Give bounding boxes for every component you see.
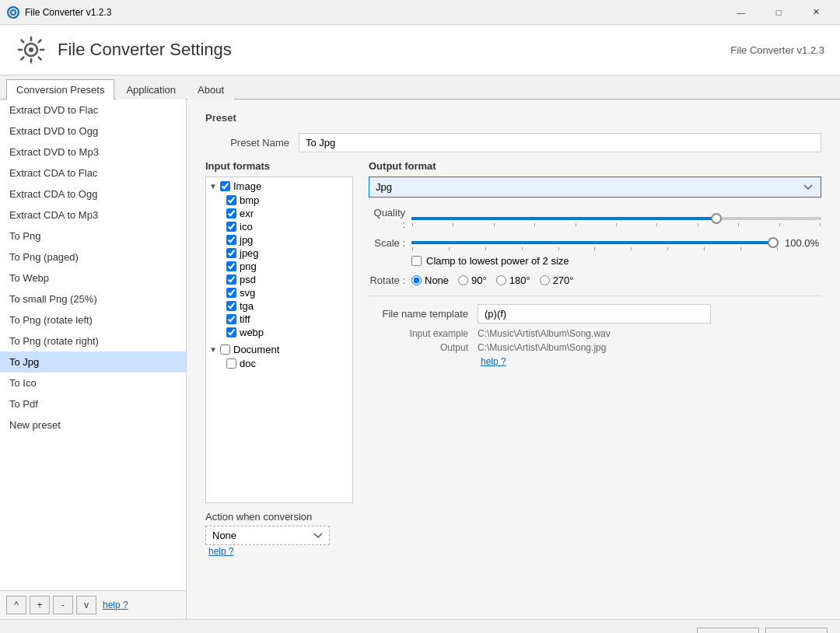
label-jpg: jpg [240, 234, 253, 246]
list-item[interactable]: To Png (rotate right) [0, 330, 186, 351]
right-panel: Preset Preset Name Input formats [187, 100, 840, 619]
preset-name-row: Preset Name [205, 133, 821, 152]
preset-name-control [299, 133, 821, 152]
list-item[interactable]: Extract DVD to Mp3 [0, 142, 186, 163]
close-window-button[interactable]: ✕ [798, 0, 834, 25]
main-window: File Converter Settings File Converter v… [0, 25, 840, 633]
list-item[interactable]: Extract DVD to Flac [0, 100, 186, 121]
clamp-label: Clamp to lowest power of 2 size [426, 255, 569, 267]
preset-list: Extract DVD to Flac Extract DVD to Ogg E… [0, 100, 186, 590]
checkbox-webp[interactable] [226, 327, 236, 337]
action-select[interactable]: None Open folder Open file [205, 526, 330, 545]
output-label: Output [369, 342, 478, 353]
list-item[interactable]: To Png (rotate left) [0, 310, 186, 330]
rotate-270-radio[interactable] [540, 275, 550, 285]
remove-button[interactable]: - [53, 596, 73, 614]
titlebar-title: File Converter v1.2.3 [25, 7, 723, 18]
template-help-row: help ? [369, 356, 821, 367]
tree-item-tiff: tiff [223, 313, 352, 326]
bottom-bar: Close Save [0, 619, 840, 633]
template-input[interactable] [478, 304, 711, 323]
template-help-link[interactable]: help ? [481, 356, 506, 367]
list-item[interactable]: To Webp [0, 268, 186, 289]
preset-name-label: Preset Name [205, 137, 299, 149]
tab-application[interactable]: Application [116, 79, 186, 100]
action-label: Action when conversion [205, 511, 353, 523]
list-item[interactable]: To Ico [0, 372, 186, 393]
tree-item-exr: exr [223, 207, 352, 220]
save-button[interactable]: Save [765, 628, 828, 633]
preset-section-label: Preset [205, 112, 821, 124]
label-ico: ico [240, 221, 253, 233]
checkbox-exr[interactable] [226, 208, 236, 219]
label-tiff: tiff [240, 313, 250, 325]
document-group-checkbox[interactable] [220, 344, 230, 355]
list-item[interactable]: New preset [0, 414, 186, 435]
checkbox-jpeg[interactable] [226, 248, 236, 258]
image-expand-icon: ▼ [209, 182, 220, 191]
checkbox-jpg[interactable] [226, 235, 236, 245]
left-panel: Extract DVD to Flac Extract DVD to Ogg E… [0, 100, 187, 619]
document-expand-icon: ▼ [209, 345, 220, 354]
label-png: png [240, 261, 257, 272]
tab-about[interactable]: About [187, 79, 234, 100]
titlebar-buttons: — □ ✕ [723, 0, 834, 25]
checkbox-psd[interactable] [226, 275, 236, 285]
tree-item-doc: doc [223, 357, 352, 370]
checkbox-bmp[interactable] [226, 195, 236, 205]
rotate-180-radio[interactable] [496, 275, 506, 285]
list-help-link[interactable]: help ? [103, 600, 128, 610]
list-item[interactable]: To Png [0, 226, 186, 247]
checkbox-tiff[interactable] [226, 314, 236, 324]
rotate-none-radio[interactable] [411, 275, 422, 285]
checkbox-doc[interactable] [226, 358, 236, 369]
list-item[interactable]: Extract CDA to Flac [0, 163, 186, 184]
list-item-selected[interactable]: To Jpg [0, 351, 186, 372]
quality-label: Quality : [369, 207, 411, 230]
checkbox-svg[interactable] [226, 288, 236, 298]
image-group-header[interactable]: ▼ Image [206, 179, 352, 194]
quality-slider-wrapper [411, 211, 821, 226]
checkbox-png[interactable] [226, 261, 236, 271]
output-format-select[interactable]: Jpg Png Webp Ico Pdf Bmp [369, 177, 821, 198]
scale-value: 100.0% [779, 237, 821, 249]
maximize-button[interactable]: □ [761, 0, 796, 25]
list-item[interactable]: To small Png (25%) [0, 289, 186, 310]
quality-slider[interactable] [411, 217, 821, 220]
checkbox-ico[interactable] [226, 222, 236, 232]
preset-name-input[interactable] [299, 133, 821, 152]
add-button[interactable]: + [30, 596, 50, 614]
label-svg: svg [240, 287, 255, 299]
rotate-row: Rotate : None 90° 180° [369, 275, 821, 286]
move-down-button[interactable]: v [76, 596, 96, 614]
list-item[interactable]: To Png (paged) [0, 247, 186, 268]
document-group-header[interactable]: ▼ Document [206, 342, 352, 357]
tab-conversion-presets[interactable]: Conversion Presets [6, 79, 114, 100]
document-group-label: Document [233, 344, 279, 355]
list-item[interactable]: Extract CDA to Ogg [0, 184, 186, 205]
header: File Converter Settings File Converter v… [0, 25, 840, 75]
image-group-checkbox[interactable] [220, 181, 230, 191]
close-button[interactable]: Close [697, 628, 759, 633]
checkbox-tga[interactable] [226, 301, 236, 311]
scale-slider[interactable] [411, 241, 779, 244]
document-group: ▼ Document doc [206, 341, 352, 372]
input-example-value: C:\Music\Artist\Album\Song.wav [478, 328, 611, 339]
rotate-radio-group: None 90° 180° 270° [411, 275, 574, 286]
list-item[interactable]: Extract CDA to Mp3 [0, 205, 186, 226]
tree-item-webp: webp [223, 326, 352, 339]
list-item[interactable]: Extract DVD to Ogg [0, 121, 186, 142]
settings-icon [16, 34, 47, 65]
list-item[interactable]: To Pdf [0, 393, 186, 414]
minimize-button[interactable]: — [723, 0, 759, 25]
action-help-link[interactable]: help ? [208, 546, 234, 557]
label-exr: exr [240, 208, 254, 219]
tree-item-png: png [223, 260, 352, 273]
content-area: Extract DVD to Flac Extract DVD to Ogg E… [0, 100, 840, 619]
app-version: File Converter v1.2.3 [730, 44, 824, 56]
clamp-checkbox[interactable] [411, 256, 422, 266]
tree-item-jpeg: jpeg [223, 247, 352, 260]
move-up-button[interactable]: ^ [6, 596, 26, 614]
rotate-90-radio[interactable] [458, 275, 468, 285]
list-controls: ^ + - v help ? [0, 590, 186, 619]
